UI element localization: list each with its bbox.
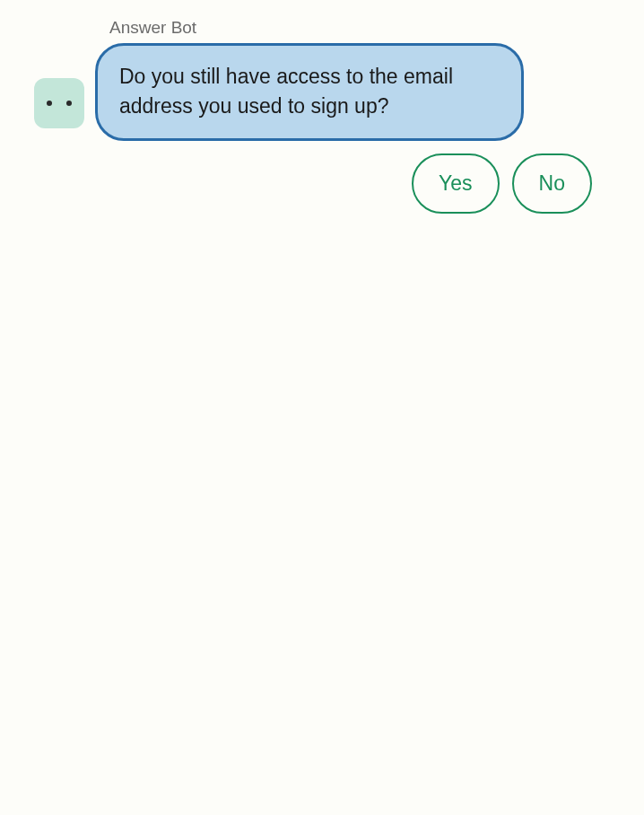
avatar-eye-right-icon xyxy=(66,101,72,106)
bot-message-text: Do you still have access to the email ad… xyxy=(119,65,453,118)
message-row: Do you still have access to the email ad… xyxy=(34,43,610,141)
quick-replies: Yes No xyxy=(34,153,610,214)
yes-button[interactable]: Yes xyxy=(412,153,500,214)
chat-container: Answer Bot Do you still have access to t… xyxy=(0,0,644,232)
avatar-eye-left-icon xyxy=(47,101,52,106)
sender-name: Answer Bot xyxy=(109,18,610,38)
no-button[interactable]: No xyxy=(512,153,592,214)
bot-avatar-icon xyxy=(34,78,84,128)
bot-message-bubble: Do you still have access to the email ad… xyxy=(95,43,524,141)
